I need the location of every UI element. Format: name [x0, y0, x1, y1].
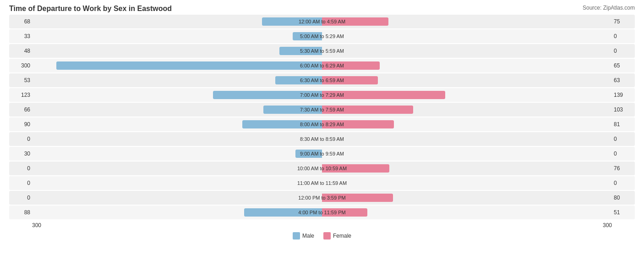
- time-label: 9:00 AM to 9:59 AM: [300, 151, 344, 156]
- chart-row: 1237:00 AM to 7:29 AM139: [9, 88, 635, 102]
- time-label: 8:00 AM to 8:29 AM: [300, 122, 344, 127]
- chart-row: 011:00 AM to 11:59 AM0: [9, 176, 635, 190]
- male-value: 33: [9, 33, 32, 39]
- time-label: 5:30 AM to 5:59 AM: [300, 48, 344, 54]
- chart-container: Time of Departure to Work by Sex in East…: [9, 5, 635, 240]
- bar-section: 6:00 AM to 6:29 AM: [32, 59, 612, 72]
- female-value: 0: [612, 180, 635, 186]
- time-label: 5:00 AM to 5:29 AM: [300, 33, 344, 39]
- time-label: 6:00 AM to 6:29 AM: [300, 63, 344, 68]
- bar-section: 4:00 PM to 11:59 PM: [32, 206, 612, 219]
- female-value: 51: [612, 209, 635, 216]
- chart-row: 667:30 AM to 7:59 AM103: [9, 103, 635, 117]
- female-value: 0: [612, 48, 635, 54]
- source-label: Source: ZipAtlas.com: [583, 5, 635, 11]
- chart-row: 884:00 PM to 11:59 PM51: [9, 206, 635, 219]
- male-value: 0: [9, 195, 32, 201]
- chart-row: 010:00 AM to 10:59 AM76: [9, 162, 635, 175]
- bar-section: 9:00 AM to 9:59 AM: [32, 147, 612, 161]
- bar-section: 12:00 AM to 4:59 AM: [32, 15, 612, 28]
- bar-section: 10:00 AM to 10:59 AM: [32, 162, 612, 175]
- male-value: 88: [9, 209, 32, 216]
- time-label: 12:00 PM to 3:59 PM: [298, 195, 345, 201]
- bar-section: 11:00 AM to 11:59 AM: [32, 176, 612, 190]
- time-label: 12:00 AM to 4:59 AM: [299, 19, 345, 24]
- bar-section: 8:30 AM to 8:59 AM: [32, 132, 612, 146]
- chart-row: 485:30 AM to 5:59 AM0: [9, 44, 635, 58]
- female-value: 75: [612, 18, 635, 25]
- male-color-box: [293, 232, 300, 240]
- time-label: 4:00 PM to 11:59 PM: [298, 210, 345, 215]
- time-label: 6:30 AM to 6:59 AM: [300, 78, 344, 83]
- chart-row: 3006:00 AM to 6:29 AM65: [9, 59, 635, 72]
- x-axis-left: 300: [32, 222, 41, 228]
- chart-row: 6812:00 AM to 4:59 AM75: [9, 15, 635, 28]
- male-value: 0: [9, 180, 32, 186]
- bar-section: 8:00 AM to 8:29 AM: [32, 117, 612, 131]
- male-bar-container: [56, 61, 322, 70]
- bar-section: 6:30 AM to 6:59 AM: [32, 73, 612, 87]
- chart-area: 6812:00 AM to 4:59 AM75335:00 AM to 5:29…: [9, 15, 635, 219]
- female-value: 139: [612, 92, 635, 98]
- female-value: 81: [612, 121, 635, 128]
- time-label: 11:00 AM to 11:59 AM: [297, 180, 347, 186]
- male-value: 53: [9, 77, 32, 84]
- chart-row: 536:30 AM to 6:59 AM63: [9, 73, 635, 87]
- female-value: 0: [612, 150, 635, 157]
- bar-section: 5:30 AM to 5:59 AM: [32, 44, 612, 58]
- female-value: 80: [612, 195, 635, 201]
- time-label: 7:30 AM to 7:59 AM: [300, 107, 344, 112]
- x-axis-right: 300: [603, 222, 612, 228]
- bar-section: 5:00 AM to 5:29 AM: [32, 29, 612, 43]
- legend-male: Male: [293, 232, 314, 240]
- bar-section: 7:00 AM to 7:29 AM: [32, 88, 612, 102]
- legend-female: Female: [323, 232, 351, 240]
- male-value: 0: [9, 165, 32, 172]
- male-value: 68: [9, 18, 32, 25]
- time-label: 8:30 AM to 8:59 AM: [300, 136, 344, 142]
- legend: Male Female: [9, 232, 635, 240]
- chart-row: 08:30 AM to 8:59 AM0: [9, 132, 635, 146]
- male-value: 0: [9, 136, 32, 142]
- male-label: Male: [302, 233, 314, 239]
- chart-row: 335:00 AM to 5:29 AM0: [9, 29, 635, 43]
- female-value: 0: [612, 33, 635, 39]
- time-label: 10:00 AM to 10:59 AM: [297, 166, 347, 171]
- male-bar: [56, 61, 322, 70]
- female-value: 65: [612, 62, 635, 69]
- male-value: 66: [9, 106, 32, 113]
- chart-row: 012:00 PM to 3:59 PM80: [9, 191, 635, 205]
- x-axis: 300 300: [9, 220, 635, 230]
- bar-section: 7:30 AM to 7:59 AM: [32, 103, 612, 117]
- bar-section: 12:00 PM to 3:59 PM: [32, 191, 612, 205]
- female-value: 103: [612, 106, 635, 113]
- chart-row: 309:00 AM to 9:59 AM0: [9, 147, 635, 161]
- chart-title: Time of Departure to Work by Sex in East…: [9, 5, 172, 13]
- female-value: 0: [612, 136, 635, 142]
- male-value: 300: [9, 62, 32, 69]
- chart-row: 908:00 AM to 8:29 AM81: [9, 117, 635, 131]
- female-value: 76: [612, 165, 635, 172]
- male-value: 90: [9, 121, 32, 128]
- female-value: 63: [612, 77, 635, 84]
- male-value: 123: [9, 92, 32, 98]
- female-label: Female: [333, 233, 351, 239]
- female-color-box: [323, 232, 331, 240]
- male-value: 30: [9, 150, 32, 157]
- time-label: 7:00 AM to 7:29 AM: [300, 92, 344, 98]
- male-value: 48: [9, 48, 32, 54]
